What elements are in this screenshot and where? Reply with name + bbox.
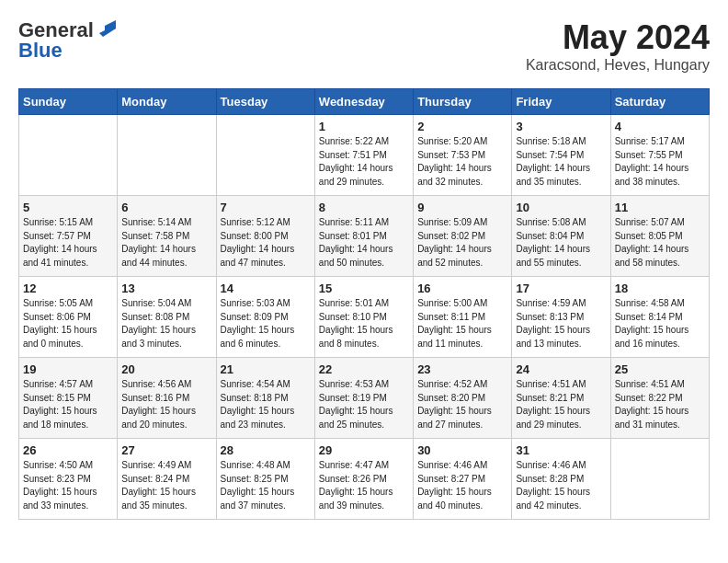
calendar-week-row: 19Sunrise: 4:57 AMSunset: 8:15 PMDayligh…: [19, 358, 710, 439]
day-info: Sunrise: 4:59 AMSunset: 8:13 PMDaylight:…: [516, 297, 606, 350]
calendar-cell: 24Sunrise: 4:51 AMSunset: 8:21 PMDayligh…: [512, 358, 610, 439]
day-number: 25: [615, 362, 705, 376]
day-header-tuesday: Tuesday: [216, 89, 314, 115]
calendar-cell: 4Sunrise: 5:17 AMSunset: 7:55 PMDaylight…: [610, 115, 709, 196]
calendar-cell: 7Sunrise: 5:12 AMSunset: 8:00 PMDaylight…: [216, 196, 314, 277]
calendar-cell: 12Sunrise: 5:05 AMSunset: 8:06 PMDayligh…: [19, 277, 118, 358]
day-number: 15: [319, 282, 409, 295]
day-info: Sunrise: 5:12 AMSunset: 8:00 PMDaylight:…: [221, 216, 311, 270]
day-info: Sunrise: 5:03 AMSunset: 8:09 PMDaylight:…: [221, 297, 311, 350]
day-info: Sunrise: 5:09 AMSunset: 8:02 PMDaylight:…: [417, 216, 507, 270]
calendar-cell: 5Sunrise: 5:15 AMSunset: 7:57 PMDaylight…: [19, 196, 118, 277]
calendar-title: May 2024: [526, 18, 710, 57]
day-number: 7: [221, 201, 311, 214]
calendar-header-row: SundayMondayTuesdayWednesdayThursdayFrid…: [19, 89, 710, 115]
day-number: 28: [221, 443, 311, 457]
calendar-cell: 27Sunrise: 4:49 AMSunset: 8:24 PMDayligh…: [118, 439, 216, 520]
day-number: 5: [23, 201, 113, 214]
day-info: Sunrise: 5:15 AMSunset: 7:57 PMDaylight:…: [23, 216, 113, 270]
day-info: Sunrise: 5:17 AMSunset: 7:55 PMDaylight:…: [615, 135, 705, 189]
day-info: Sunrise: 4:58 AMSunset: 8:14 PMDaylight:…: [615, 297, 705, 350]
day-info: Sunrise: 4:48 AMSunset: 8:25 PMDaylight:…: [221, 459, 311, 512]
day-number: 31: [516, 443, 606, 457]
calendar-week-row: 5Sunrise: 5:15 AMSunset: 7:57 PMDaylight…: [19, 196, 710, 277]
day-number: 4: [615, 120, 705, 133]
day-info: Sunrise: 4:47 AMSunset: 8:26 PMDaylight:…: [319, 459, 409, 512]
day-number: 12: [23, 282, 113, 295]
day-info: Sunrise: 5:18 AMSunset: 7:54 PMDaylight:…: [516, 135, 606, 189]
day-header-monday: Monday: [118, 89, 216, 115]
day-number: 16: [417, 282, 507, 295]
calendar-cell: 2Sunrise: 5:20 AMSunset: 7:53 PMDaylight…: [414, 115, 512, 196]
calendar-cell: 17Sunrise: 4:59 AMSunset: 8:13 PMDayligh…: [512, 277, 610, 358]
day-info: Sunrise: 5:14 AMSunset: 7:58 PMDaylight:…: [121, 216, 211, 270]
calendar-cell: 21Sunrise: 4:54 AMSunset: 8:18 PMDayligh…: [216, 358, 314, 439]
day-info: Sunrise: 4:52 AMSunset: 8:20 PMDaylight:…: [417, 378, 507, 431]
day-info: Sunrise: 5:22 AMSunset: 7:51 PMDaylight:…: [319, 135, 409, 189]
day-info: Sunrise: 5:07 AMSunset: 8:05 PMDaylight:…: [615, 216, 705, 270]
calendar-subtitle: Karacsond, Heves, Hungary: [526, 57, 710, 74]
title-block: May 2024 Karacsond, Heves, Hungary: [526, 18, 710, 74]
calendar-cell: 23Sunrise: 4:52 AMSunset: 8:20 PMDayligh…: [414, 358, 512, 439]
calendar-cell: [610, 439, 709, 520]
day-number: 21: [221, 362, 311, 376]
day-header-wednesday: Wednesday: [314, 89, 413, 115]
day-info: Sunrise: 5:05 AMSunset: 8:06 PMDaylight:…: [23, 297, 113, 350]
calendar-table: SundayMondayTuesdayWednesdayThursdayFrid…: [18, 88, 710, 520]
day-number: 17: [516, 282, 606, 295]
calendar-cell: 26Sunrise: 4:50 AMSunset: 8:23 PMDayligh…: [19, 439, 118, 520]
calendar-cell: 9Sunrise: 5:09 AMSunset: 8:02 PMDaylight…: [414, 196, 512, 277]
day-info: Sunrise: 4:53 AMSunset: 8:19 PMDaylight:…: [319, 378, 409, 431]
calendar-cell: 30Sunrise: 4:46 AMSunset: 8:27 PMDayligh…: [414, 439, 512, 520]
day-info: Sunrise: 5:04 AMSunset: 8:08 PMDaylight:…: [121, 297, 211, 350]
calendar-cell: 6Sunrise: 5:14 AMSunset: 7:58 PMDaylight…: [118, 196, 216, 277]
day-info: Sunrise: 4:51 AMSunset: 8:21 PMDaylight:…: [516, 378, 606, 431]
day-info: Sunrise: 5:20 AMSunset: 7:53 PMDaylight:…: [417, 135, 507, 189]
day-info: Sunrise: 4:51 AMSunset: 8:22 PMDaylight:…: [615, 378, 705, 431]
calendar-cell: 3Sunrise: 5:18 AMSunset: 7:54 PMDaylight…: [512, 115, 610, 196]
calendar-cell: 22Sunrise: 4:53 AMSunset: 8:19 PMDayligh…: [314, 358, 413, 439]
day-info: Sunrise: 5:11 AMSunset: 8:01 PMDaylight:…: [319, 216, 409, 270]
day-number: 18: [615, 282, 705, 295]
logo: General Blue: [18, 18, 116, 63]
calendar-cell: 29Sunrise: 4:47 AMSunset: 8:26 PMDayligh…: [314, 439, 413, 520]
calendar-week-row: 12Sunrise: 5:05 AMSunset: 8:06 PMDayligh…: [19, 277, 710, 358]
day-info: Sunrise: 4:57 AMSunset: 8:15 PMDaylight:…: [23, 378, 113, 431]
day-header-sunday: Sunday: [19, 89, 118, 115]
day-number: 19: [23, 362, 113, 376]
day-number: 14: [221, 282, 311, 295]
calendar-cell: 14Sunrise: 5:03 AMSunset: 8:09 PMDayligh…: [216, 277, 314, 358]
day-info: Sunrise: 4:49 AMSunset: 8:24 PMDaylight:…: [121, 459, 211, 512]
day-info: Sunrise: 4:46 AMSunset: 8:28 PMDaylight:…: [516, 459, 606, 512]
day-number: 1: [319, 120, 409, 133]
calendar-cell: 11Sunrise: 5:07 AMSunset: 8:05 PMDayligh…: [610, 196, 709, 277]
calendar-cell: 8Sunrise: 5:11 AMSunset: 8:01 PMDaylight…: [314, 196, 413, 277]
page-header: General Blue May 2024 Karacsond, Heves, …: [18, 18, 710, 74]
day-info: Sunrise: 4:46 AMSunset: 8:27 PMDaylight:…: [417, 459, 507, 512]
day-number: 20: [121, 362, 211, 376]
day-info: Sunrise: 5:00 AMSunset: 8:11 PMDaylight:…: [417, 297, 507, 350]
calendar-cell: 31Sunrise: 4:46 AMSunset: 8:28 PMDayligh…: [512, 439, 610, 520]
calendar-cell: 16Sunrise: 5:00 AMSunset: 8:11 PMDayligh…: [414, 277, 512, 358]
day-info: Sunrise: 5:08 AMSunset: 8:04 PMDaylight:…: [516, 216, 606, 270]
day-number: 10: [516, 201, 606, 214]
calendar-cell: 13Sunrise: 5:04 AMSunset: 8:08 PMDayligh…: [118, 277, 216, 358]
logo-blue: Blue: [18, 39, 63, 63]
day-header-friday: Friday: [512, 89, 610, 115]
calendar-cell: [118, 115, 216, 196]
day-number: 2: [417, 120, 507, 133]
day-number: 30: [417, 443, 507, 457]
day-number: 11: [615, 201, 705, 214]
day-header-thursday: Thursday: [414, 89, 512, 115]
day-info: Sunrise: 5:01 AMSunset: 8:10 PMDaylight:…: [319, 297, 409, 350]
day-info: Sunrise: 4:54 AMSunset: 8:18 PMDaylight:…: [221, 378, 311, 431]
day-number: 9: [417, 201, 507, 214]
calendar-cell: 20Sunrise: 4:56 AMSunset: 8:16 PMDayligh…: [118, 358, 216, 439]
day-number: 8: [319, 201, 409, 214]
day-info: Sunrise: 4:50 AMSunset: 8:23 PMDaylight:…: [23, 459, 113, 512]
calendar-week-row: 26Sunrise: 4:50 AMSunset: 8:23 PMDayligh…: [19, 439, 710, 520]
day-number: 3: [516, 120, 606, 133]
day-info: Sunrise: 4:56 AMSunset: 8:16 PMDaylight:…: [121, 378, 211, 431]
calendar-cell: 25Sunrise: 4:51 AMSunset: 8:22 PMDayligh…: [610, 358, 709, 439]
calendar-cell: 1Sunrise: 5:22 AMSunset: 7:51 PMDaylight…: [314, 115, 413, 196]
